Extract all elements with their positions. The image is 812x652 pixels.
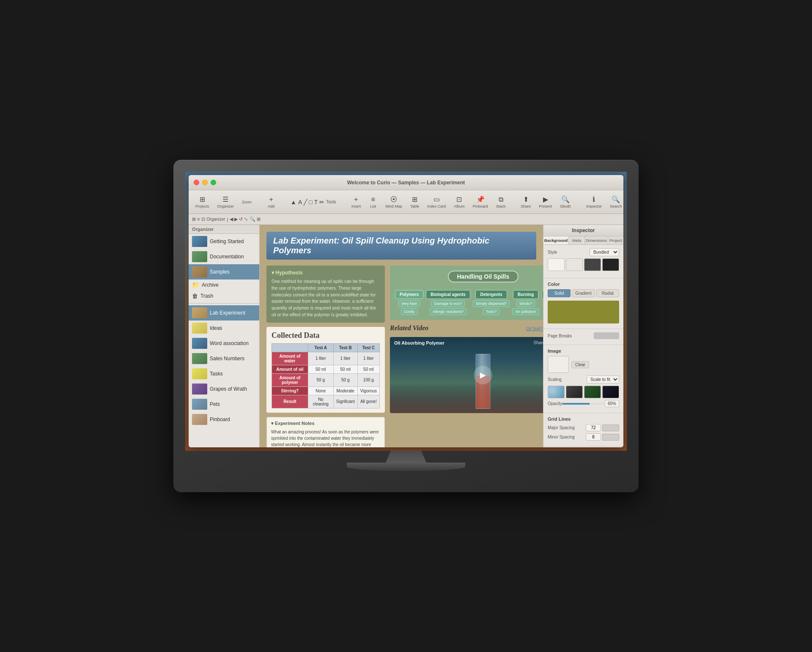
- inspector-tab-meta[interactable]: Meta: [569, 236, 584, 244]
- sidebar-item-trash[interactable]: 🗑 Trash: [189, 290, 259, 301]
- maximize-button[interactable]: [211, 180, 216, 185]
- style-swatch-4[interactable]: [602, 258, 619, 271]
- experiment-notes-label: ▾ Experiment Notes: [271, 421, 380, 426]
- color-swatch-main[interactable]: [548, 301, 619, 323]
- indexcard-label: Index Card: [427, 204, 446, 208]
- table-row: Result No cleaning Signficant All gone!: [272, 395, 380, 408]
- image-clear-button[interactable]: Clear: [571, 361, 589, 368]
- arrow-tool[interactable]: A: [298, 199, 302, 205]
- image-section-title: Image: [548, 348, 619, 353]
- sidebar-item-pinboard[interactable]: Pinboard: [189, 412, 259, 427]
- video-link[interactable]: Oil Spill Polymer - The Lab: [526, 326, 543, 331]
- inspector-tab-project[interactable]: Project: [608, 236, 623, 244]
- backdrop-3[interactable]: [584, 386, 601, 398]
- add-button[interactable]: + Add: [263, 194, 279, 210]
- share-button[interactable]: ⬆ Share: [517, 194, 534, 210]
- present-button[interactable]: ▶ Present: [535, 194, 555, 210]
- sidebar-item-sales[interactable]: Sales Numbers: [189, 351, 259, 366]
- hypothesis-box: ▾ Hypothesis One method for cleaning up …: [266, 266, 385, 323]
- text-tool[interactable]: T: [314, 199, 318, 205]
- sidebar-label-ideas: Ideas: [210, 325, 222, 331]
- video-player[interactable]: Oil Absorbing Polymer Share ⋯ More info …: [390, 337, 543, 413]
- sidebar-item-documentation[interactable]: Documentation: [189, 249, 259, 264]
- sidebar-label-documentation: Documentation: [210, 254, 244, 260]
- sidebar: Organizer Getting Started Documentation: [189, 225, 260, 447]
- backdrop-2[interactable]: [566, 386, 583, 398]
- row-label-0: Amount of water: [272, 352, 308, 365]
- canvas-area[interactable]: Lab Experiment: Oil Spill Cleanup Using …: [260, 225, 543, 447]
- thumb-ideas: [192, 323, 207, 334]
- minor-spacing-input: [586, 433, 619, 441]
- major-spacing-row: Major Spacing: [548, 424, 619, 431]
- cursor-tool[interactable]: ▲: [291, 199, 296, 205]
- zoom-button[interactable]: Zoom: [239, 198, 255, 206]
- trash-icon: 🗑: [192, 293, 198, 299]
- view-icons: ⊞ ≡ ⊡: [192, 216, 205, 222]
- minor-spacing-value[interactable]: [586, 433, 601, 441]
- pagebreaks-value: [594, 332, 619, 339]
- stack-button[interactable]: ⧉ Stack: [493, 194, 509, 210]
- play-button[interactable]: ▶: [474, 366, 492, 384]
- table-row: Amount of water 1 liter 1 liter 1 liter: [272, 352, 380, 365]
- image-preview: [548, 356, 569, 373]
- indexcard-button[interactable]: ▭ Index Card: [424, 194, 449, 210]
- sidebar-item-ideas[interactable]: Ideas: [189, 321, 259, 336]
- list-button[interactable]: ≡ List: [365, 194, 381, 210]
- minimize-button[interactable]: [202, 180, 208, 185]
- collected-data-title: Collected Data: [272, 331, 380, 340]
- inspector-tab-dimensions[interactable]: Dimensions: [585, 236, 608, 244]
- sidebar-item-pets[interactable]: Pets: [189, 397, 259, 412]
- style-row: Style Bundled: [548, 248, 619, 256]
- pinboard-button[interactable]: 📌 Pinboard: [469, 194, 491, 210]
- video-share-btn[interactable]: Share: [534, 340, 543, 345]
- projects-button[interactable]: ⊞ Projects: [192, 194, 213, 210]
- color-tab-gradient[interactable]: Gradient: [572, 289, 595, 297]
- projects-label: Projects: [195, 204, 209, 208]
- organizer-button[interactable]: ☰ Organizer: [214, 194, 238, 210]
- style-dropdown[interactable]: Bundled: [590, 248, 619, 256]
- mindmap-container: Handling Oil Spills Polymers Very fast! …: [390, 266, 543, 320]
- mindmap-button[interactable]: ⦿ Mind Map: [382, 194, 406, 210]
- major-spacing-input: [586, 424, 619, 431]
- style-swatch-3[interactable]: [584, 258, 601, 271]
- video-controls-top: Share ⋯ More info: [534, 340, 543, 345]
- sidebar-label-grapes: Grapes of Wrath: [210, 386, 247, 392]
- color-tab-solid[interactable]: Solid: [548, 289, 571, 297]
- close-button[interactable]: [194, 180, 199, 185]
- inspector-tab-background[interactable]: Background: [543, 236, 569, 244]
- zoom-label: Zoom: [242, 200, 252, 204]
- view-controls: ◀ ▶ ↺ ⤡ 🔍 ⊞: [230, 216, 260, 222]
- pen-tool[interactable]: ✏: [319, 199, 324, 205]
- table-header-b: Test B: [333, 343, 357, 352]
- album-button[interactable]: ⊡ Album: [450, 194, 468, 210]
- sidebar-item-grapes[interactable]: Grapes of Wrath: [189, 381, 259, 397]
- insert-button[interactable]: + Insert: [348, 194, 365, 210]
- indexcard-icon: ▭: [433, 195, 440, 203]
- color-tab-radial[interactable]: Radial: [596, 289, 619, 297]
- backdrop-1[interactable]: [548, 386, 565, 398]
- scaling-row: Scaling Scale to fit: [548, 375, 619, 384]
- left-column: ▾ Hypothesis One method for cleaning up …: [266, 266, 385, 447]
- style-swatch-1[interactable]: [548, 258, 565, 271]
- scaling-dropdown[interactable]: Scale to fit: [587, 375, 619, 384]
- backdrop-4[interactable]: [602, 386, 619, 398]
- opacity-slider[interactable]: [562, 403, 604, 405]
- rect-tool[interactable]: □: [309, 199, 312, 205]
- style-swatch-2[interactable]: [566, 258, 583, 271]
- major-spacing-value[interactable]: [586, 424, 601, 431]
- sidebar-item-lab-experiment[interactable]: Lab Experiment: [189, 305, 259, 321]
- sidebar-item-tasks[interactable]: Tasks: [189, 366, 259, 381]
- table-button[interactable]: ⊞ Table: [407, 194, 423, 210]
- line-tool[interactable]: ╱: [304, 199, 307, 205]
- breadcrumb-sep: |: [227, 217, 228, 222]
- sidebar-item-getting-started[interactable]: Getting Started: [189, 234, 259, 249]
- search-button[interactable]: 🔍 Search: [606, 194, 623, 210]
- sidebar-item-word-association[interactable]: Word association: [189, 336, 259, 351]
- sleuth-button[interactable]: 🔍 Sleuth: [557, 194, 574, 210]
- mindmap-icon: ⦿: [390, 196, 397, 203]
- sidebar-item-samples[interactable]: Samples: [189, 264, 259, 279]
- play-button-wrapper[interactable]: ▶: [474, 366, 492, 384]
- row-c-4: All gone!: [357, 395, 379, 408]
- inspector-toolbar-button[interactable]: ℹ Inspector: [583, 194, 605, 210]
- sidebar-item-archive[interactable]: 📁 Archive: [189, 279, 259, 290]
